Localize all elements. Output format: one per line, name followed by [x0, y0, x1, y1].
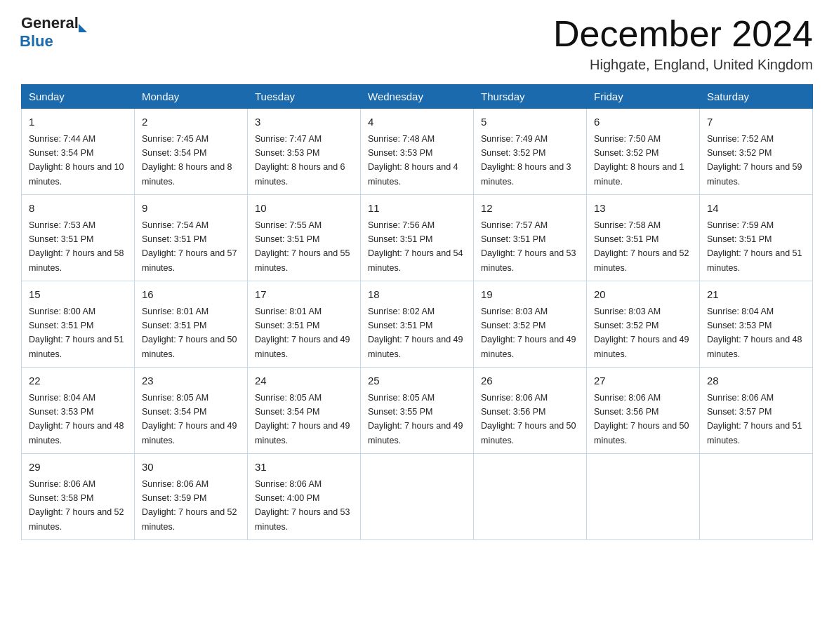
day-number: 15 [29, 287, 127, 303]
day-number: 25 [368, 373, 466, 389]
day-info: Sunrise: 8:05 AMSunset: 3:54 PMDaylight:… [255, 393, 350, 445]
weekday-header-saturday: Saturday [700, 85, 813, 109]
calendar-cell: 21Sunrise: 8:04 AMSunset: 3:53 PMDayligh… [700, 281, 813, 368]
day-number: 11 [368, 201, 466, 217]
day-number: 5 [481, 114, 579, 130]
day-number: 16 [142, 287, 240, 303]
weekday-header-friday: Friday [587, 85, 700, 109]
calendar-cell: 28Sunrise: 8:06 AMSunset: 3:57 PMDayligh… [700, 368, 813, 454]
day-info: Sunrise: 7:47 AMSunset: 3:53 PMDaylight:… [255, 134, 345, 187]
calendar-cell [700, 454, 813, 540]
weekday-header-thursday: Thursday [474, 85, 587, 109]
day-number: 21 [707, 287, 805, 303]
day-info: Sunrise: 8:06 AMSunset: 3:56 PMDaylight:… [594, 393, 689, 445]
calendar-cell: 8Sunrise: 7:53 AMSunset: 3:51 PMDaylight… [22, 195, 135, 281]
calendar-week-3: 15Sunrise: 8:00 AMSunset: 3:51 PMDayligh… [22, 281, 813, 368]
day-number: 9 [142, 201, 240, 217]
day-info: Sunrise: 8:06 AMSunset: 4:00 PMDaylight:… [255, 479, 350, 532]
day-info: Sunrise: 8:03 AMSunset: 3:52 PMDaylight:… [481, 307, 576, 359]
day-info: Sunrise: 7:45 AMSunset: 3:54 PMDaylight:… [142, 134, 232, 187]
calendar-cell: 1Sunrise: 7:44 AMSunset: 3:54 PMDaylight… [22, 109, 135, 195]
day-info: Sunrise: 7:56 AMSunset: 3:51 PMDaylight:… [368, 220, 463, 273]
calendar-cell: 27Sunrise: 8:06 AMSunset: 3:56 PMDayligh… [587, 368, 700, 454]
calendar-body: 1Sunrise: 7:44 AMSunset: 3:54 PMDaylight… [22, 109, 813, 540]
calendar-cell: 16Sunrise: 8:01 AMSunset: 3:51 PMDayligh… [135, 281, 248, 368]
calendar-cell: 15Sunrise: 8:00 AMSunset: 3:51 PMDayligh… [22, 281, 135, 368]
day-number: 27 [594, 373, 692, 389]
day-number: 10 [255, 201, 353, 217]
day-info: Sunrise: 7:48 AMSunset: 3:53 PMDaylight:… [368, 134, 458, 187]
location-text: Highgate, England, United Kingdom [553, 57, 813, 73]
weekday-header-row: SundayMondayTuesdayWednesdayThursdayFrid… [22, 85, 813, 109]
calendar-cell: 20Sunrise: 8:03 AMSunset: 3:52 PMDayligh… [587, 281, 700, 368]
calendar-cell: 24Sunrise: 8:05 AMSunset: 3:54 PMDayligh… [248, 368, 361, 454]
day-info: Sunrise: 8:06 AMSunset: 3:56 PMDaylight:… [481, 393, 576, 445]
day-number: 13 [594, 201, 692, 217]
day-number: 20 [594, 287, 692, 303]
calendar-cell: 31Sunrise: 8:06 AMSunset: 4:00 PMDayligh… [248, 454, 361, 540]
day-info: Sunrise: 8:05 AMSunset: 3:54 PMDaylight:… [142, 393, 237, 445]
day-number: 29 [29, 459, 127, 476]
day-number: 14 [707, 201, 805, 217]
page-header: General Blue December 2024 Highgate, Eng… [21, 14, 813, 73]
day-number: 31 [255, 459, 353, 476]
day-info: Sunrise: 8:06 AMSunset: 3:57 PMDaylight:… [707, 393, 802, 445]
calendar-table: SundayMondayTuesdayWednesdayThursdayFrid… [21, 84, 813, 540]
calendar-cell: 9Sunrise: 7:54 AMSunset: 3:51 PMDaylight… [135, 195, 248, 281]
calendar-cell: 3Sunrise: 7:47 AMSunset: 3:53 PMDaylight… [248, 109, 361, 195]
logo-general-text: General [21, 14, 79, 32]
day-number: 22 [29, 373, 127, 389]
day-number: 4 [368, 114, 466, 130]
day-info: Sunrise: 8:01 AMSunset: 3:51 PMDaylight:… [255, 307, 350, 359]
day-number: 1 [29, 114, 127, 130]
calendar-cell: 4Sunrise: 7:48 AMSunset: 3:53 PMDaylight… [361, 109, 474, 195]
calendar-header: SundayMondayTuesdayWednesdayThursdayFrid… [22, 85, 813, 109]
weekday-header-sunday: Sunday [22, 85, 135, 109]
day-number: 23 [142, 373, 240, 389]
day-info: Sunrise: 7:49 AMSunset: 3:52 PMDaylight:… [481, 134, 571, 187]
day-info: Sunrise: 7:58 AMSunset: 3:51 PMDaylight:… [594, 220, 689, 273]
day-number: 2 [142, 114, 240, 130]
day-info: Sunrise: 8:02 AMSunset: 3:51 PMDaylight:… [368, 307, 463, 359]
day-number: 26 [481, 373, 579, 389]
day-info: Sunrise: 7:57 AMSunset: 3:51 PMDaylight:… [481, 220, 576, 273]
calendar-cell: 26Sunrise: 8:06 AMSunset: 3:56 PMDayligh… [474, 368, 587, 454]
calendar-cell: 5Sunrise: 7:49 AMSunset: 3:52 PMDaylight… [474, 109, 587, 195]
calendar-cell: 25Sunrise: 8:05 AMSunset: 3:55 PMDayligh… [361, 368, 474, 454]
day-number: 7 [707, 114, 805, 130]
calendar-week-4: 22Sunrise: 8:04 AMSunset: 3:53 PMDayligh… [22, 368, 813, 454]
day-info: Sunrise: 8:06 AMSunset: 3:59 PMDaylight:… [142, 479, 237, 532]
calendar-cell: 30Sunrise: 8:06 AMSunset: 3:59 PMDayligh… [135, 454, 248, 540]
day-number: 19 [481, 287, 579, 303]
logo-blue-text: Blue [20, 32, 87, 51]
title-block: December 2024 Highgate, England, United … [553, 14, 813, 73]
calendar-cell: 22Sunrise: 8:04 AMSunset: 3:53 PMDayligh… [22, 368, 135, 454]
day-info: Sunrise: 7:50 AMSunset: 3:52 PMDaylight:… [594, 134, 684, 187]
calendar-cell: 23Sunrise: 8:05 AMSunset: 3:54 PMDayligh… [135, 368, 248, 454]
day-number: 18 [368, 287, 466, 303]
calendar-cell: 19Sunrise: 8:03 AMSunset: 3:52 PMDayligh… [474, 281, 587, 368]
calendar-cell [361, 454, 474, 540]
day-number: 17 [255, 287, 353, 303]
calendar-cell [474, 454, 587, 540]
day-number: 8 [29, 201, 127, 217]
day-info: Sunrise: 7:44 AMSunset: 3:54 PMDaylight:… [29, 134, 124, 187]
day-info: Sunrise: 7:59 AMSunset: 3:51 PMDaylight:… [707, 220, 802, 273]
day-info: Sunrise: 7:54 AMSunset: 3:51 PMDaylight:… [142, 220, 237, 273]
day-info: Sunrise: 7:55 AMSunset: 3:51 PMDaylight:… [255, 220, 350, 273]
calendar-cell: 17Sunrise: 8:01 AMSunset: 3:51 PMDayligh… [248, 281, 361, 368]
day-info: Sunrise: 8:01 AMSunset: 3:51 PMDaylight:… [142, 307, 237, 359]
calendar-cell: 11Sunrise: 7:56 AMSunset: 3:51 PMDayligh… [361, 195, 474, 281]
calendar-cell: 7Sunrise: 7:52 AMSunset: 3:52 PMDaylight… [700, 109, 813, 195]
calendar-cell [587, 454, 700, 540]
calendar-week-5: 29Sunrise: 8:06 AMSunset: 3:58 PMDayligh… [22, 454, 813, 540]
day-number: 30 [142, 459, 240, 476]
day-info: Sunrise: 8:05 AMSunset: 3:55 PMDaylight:… [368, 393, 463, 445]
day-number: 3 [255, 114, 353, 130]
calendar-cell: 13Sunrise: 7:58 AMSunset: 3:51 PMDayligh… [587, 195, 700, 281]
month-title: December 2024 [553, 14, 813, 54]
calendar-week-2: 8Sunrise: 7:53 AMSunset: 3:51 PMDaylight… [22, 195, 813, 281]
day-info: Sunrise: 8:03 AMSunset: 3:52 PMDaylight:… [594, 307, 689, 359]
calendar-cell: 14Sunrise: 7:59 AMSunset: 3:51 PMDayligh… [700, 195, 813, 281]
calendar-cell: 18Sunrise: 8:02 AMSunset: 3:51 PMDayligh… [361, 281, 474, 368]
